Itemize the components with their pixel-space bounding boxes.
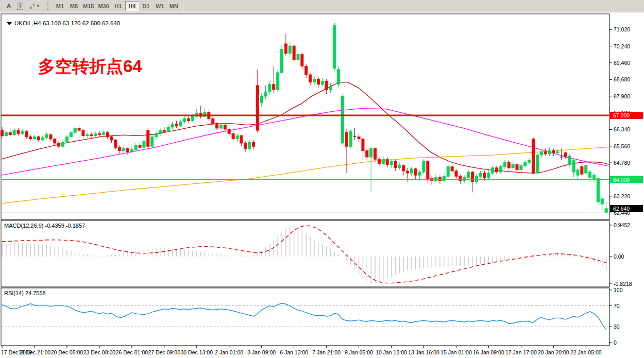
timeframe-button-group: M1M5M15M30H1H4D1W1MN — [53, 1, 181, 11]
candle — [342, 94, 344, 146]
symbol-ohlc-line: UKOil-,H4 63.100 63.120 62.600 62.640 — [14, 20, 120, 26]
arrows-tool-dropdown[interactable]: ▼ — [26, 1, 43, 11]
candle — [536, 153, 538, 175]
candle — [147, 128, 149, 148]
candle — [281, 45, 283, 74]
tf-button-H1[interactable]: H1 — [111, 1, 125, 11]
time-axis-label: 13 Jan 16:00 — [408, 349, 439, 355]
time-axis-label: 3 Jan 09:00 — [247, 349, 276, 355]
tf-button-H4[interactable]: H4 — [125, 1, 139, 11]
chevron-down-icon: ▼ — [36, 4, 40, 8]
chart-window: 71.02070.24069.46068.68067.90067.12066.3… — [0, 12, 644, 358]
time-axis-label: 9 Jan 05:00 — [345, 349, 373, 355]
main-chart-panel[interactable] — [1, 14, 609, 219]
candle — [568, 154, 571, 167]
macd-panel[interactable] — [1, 220, 609, 287]
tf-button-MN[interactable]: MN — [167, 1, 181, 11]
time-axis-label: 6 Jan 13:00 — [280, 349, 308, 355]
time-axis-label: 20 Jan 20:00 — [538, 349, 569, 355]
time-axis-label: 20 Dec 05:00 — [51, 349, 83, 355]
time-axis-label: 26 Dec 01:00 — [116, 349, 148, 355]
candle — [333, 23, 336, 71]
time-axis-label: 17 Jan 17:00 — [505, 349, 537, 355]
rsi-panel[interactable] — [1, 288, 609, 346]
tf-button-M5[interactable]: M5 — [67, 1, 81, 11]
time-axis-label: 7 Jan 21:00 — [312, 349, 341, 355]
price-axis[interactable] — [610, 14, 644, 346]
candle — [597, 177, 599, 205]
rsi-label: RSI(14) 24.7558 — [4, 290, 46, 296]
time-axis-label: 23 Dec 08:00 — [83, 349, 116, 355]
toolbar-grip[interactable] — [47, 2, 50, 10]
candle — [447, 164, 449, 178]
toolbar-separator — [183, 2, 184, 11]
tf-button-W1[interactable]: W1 — [153, 1, 167, 11]
chart-annotation-text[interactable]: 多空转折点64 — [38, 57, 142, 76]
time-axis-label: 2 Jan 01:00 — [215, 349, 243, 355]
time-axis-label: 30 Dec 13:00 — [181, 349, 213, 355]
time-axis-label: 15 Jan 01:00 — [440, 349, 472, 355]
arrows-icon — [29, 3, 36, 10]
letter-a-tool-button[interactable]: A — [3, 1, 14, 11]
macd-label: MACD(12,26,9) -0.4359 -0.1857 — [4, 223, 85, 229]
time-axis-label: 18 Dec 21:00 — [19, 349, 51, 355]
candle — [422, 159, 425, 174]
tf-button-M30[interactable]: M30 — [96, 1, 111, 11]
time-axis-label: 16 Jan 09:00 — [473, 349, 504, 355]
toolbar: A T ▼ M1M5M15M30H1H4D1W1MN — [0, 0, 644, 12]
text-tool-button[interactable]: T — [14, 1, 26, 11]
time-axis-label: 27 Dec 09:00 — [148, 349, 181, 355]
tf-button-D1[interactable]: D1 — [139, 1, 153, 11]
time-axis-label: 22 Jan 05:00 — [570, 349, 602, 355]
candle — [532, 138, 534, 174]
candle — [349, 129, 352, 148]
tf-button-M15[interactable]: M15 — [81, 1, 96, 11]
candle — [151, 134, 154, 147]
tf-button-M1[interactable]: M1 — [53, 1, 67, 11]
text-tool-icon: T — [17, 3, 23, 10]
time-axis-group[interactable]: 17 Dec 201918 Dec 21:0020 Dec 05:0023 De… — [1, 346, 602, 355]
candle — [337, 66, 340, 88]
time-axis-label: 10 Jan 13:00 — [376, 349, 407, 355]
candle — [277, 70, 279, 92]
